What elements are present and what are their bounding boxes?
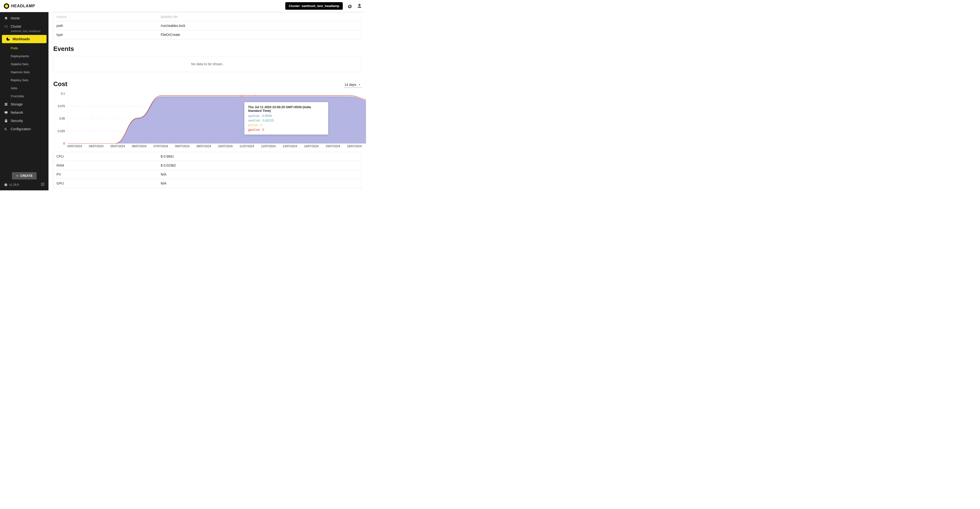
plus-icon (16, 174, 19, 177)
table-row: Total$ 1.00772 (53, 188, 361, 190)
table-row: path /run/xtables.lock (53, 21, 361, 30)
cluster-name-subtitle: santhosh_test_headlamp (0, 30, 48, 34)
sidebar-item-cronjobs[interactable]: CronJobs (0, 92, 48, 100)
sidebar-item-cluster[interactable]: Cluster (0, 22, 48, 30)
sidebar-item-label: Network (11, 110, 23, 115)
table-row: type FileOrCreate (53, 30, 361, 39)
storage-icon (4, 102, 8, 106)
sidebar-item-label: Home (11, 16, 20, 20)
sidebar-item-daemonsets[interactable]: Daemon Sets (0, 68, 48, 76)
chevron-down-icon (358, 83, 361, 86)
main-content: source iptables.bin path /run/xtables.lo… (48, 12, 366, 190)
sidebar-item-deployments[interactable]: Deployments (0, 52, 48, 60)
table-row: PVN/A (53, 170, 361, 179)
kubernetes-icon (4, 183, 8, 187)
sidebar-item-home[interactable]: Home (0, 14, 48, 22)
sidebar-item-pods[interactable]: Pods (0, 44, 48, 52)
cost-section-title: Cost (53, 80, 67, 88)
user-icon (357, 3, 362, 9)
sidebar-item-label: Cluster (11, 24, 21, 29)
workloads-icon (6, 37, 10, 41)
chart-hover-marker (241, 95, 243, 97)
sidebar-item-jobs[interactable]: Jobs (0, 84, 48, 92)
sidebar-footer: CREATE v1.28.9 (0, 169, 48, 190)
sidebar-item-label: Workloads (13, 37, 30, 41)
time-range-select[interactable]: 14 days (344, 82, 362, 88)
create-button[interactable]: CREATE (12, 172, 37, 179)
cluster-icon (4, 24, 8, 29)
chart-x-ticks: 03/07/202404/07/202405/07/202406/07/2024… (53, 144, 362, 148)
sidebar-item-network[interactable]: Network (0, 109, 48, 116)
volume-details-table: source iptables.bin path /run/xtables.lo… (53, 12, 362, 39)
app-name: HEADLAMP (11, 4, 35, 8)
version-label[interactable]: v1.28.9 (4, 183, 19, 187)
sidebar-item-storage[interactable]: Storage (0, 100, 48, 109)
table-row: RAM$ 0.02362 (53, 161, 361, 170)
sidebar-item-workloads[interactable]: Workloads (2, 35, 46, 43)
topbar: HEADLAMP Cluster: santhosh_test_headlamp (0, 0, 366, 12)
sliders-icon (4, 127, 8, 131)
table-row: CPU$ 0.9841 (53, 152, 361, 161)
account-button[interactable] (357, 3, 362, 9)
sidebar-item-replicasets[interactable]: Replica Sets (0, 76, 48, 84)
events-section-title: Events (53, 45, 362, 53)
lock-icon (4, 119, 8, 123)
sidebar-item-label: Security (11, 119, 23, 123)
network-icon (4, 110, 8, 115)
cost-chart[interactable]: 0.1 0.075 0.05 0.025 0 03/07/202404/07/2… (53, 94, 362, 148)
sidebar: Home Cluster santhosh_test_headlamp Work… (0, 12, 48, 190)
cost-summary-table: CPU$ 0.9841RAM$ 0.02362PVN/AGPUN/ATotal$… (53, 152, 362, 190)
table-row: source iptables.bin (53, 12, 361, 21)
sidebar-item-security[interactable]: Security (0, 116, 48, 125)
sidebar-item-statefulsets[interactable]: Stateful Sets (0, 60, 48, 68)
sidebar-item-configuration[interactable]: Configuration (0, 125, 48, 133)
events-empty-state: No data to be shown. (53, 56, 362, 72)
sidebar-item-label: Configuration (11, 127, 31, 131)
gear-icon (347, 3, 352, 9)
chart-tooltip: Thu Jul 11 2024 23:50:25 GMT+0530 (India… (244, 102, 328, 135)
chevron-left-box-icon (41, 182, 45, 186)
chart-y-ticks: 0.1 0.075 0.05 0.025 0 (53, 94, 67, 144)
settings-button[interactable] (347, 3, 352, 9)
svg-point-0 (4, 183, 7, 186)
app-logo[interactable]: HEADLAMP (4, 3, 35, 9)
sidebar-item-label: Storage (11, 102, 22, 106)
collapse-sidebar-button[interactable] (41, 182, 45, 187)
logo-icon (4, 3, 9, 9)
table-row: GPUN/A (53, 179, 361, 188)
home-icon (4, 16, 8, 20)
cluster-selector[interactable]: Cluster: santhosh_test_headlamp (285, 2, 343, 10)
